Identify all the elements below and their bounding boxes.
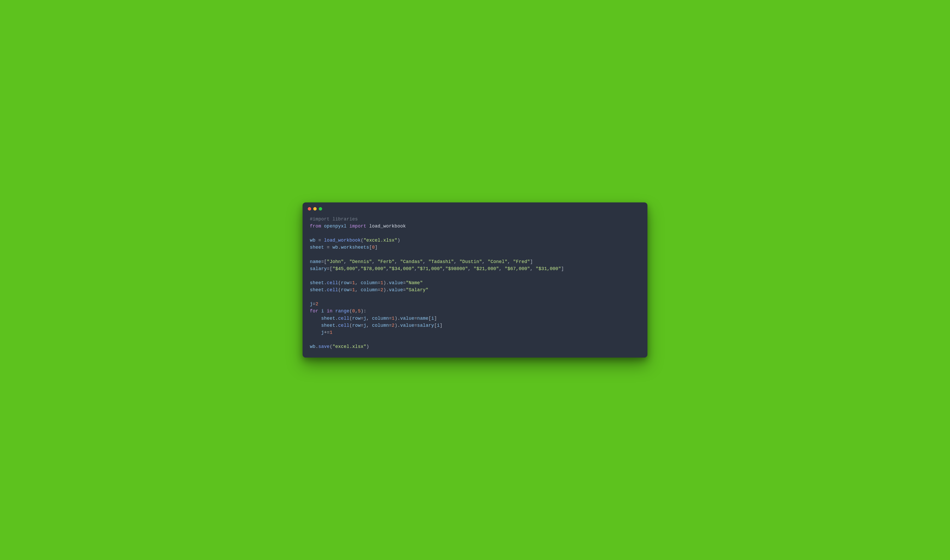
- token-ident: salary: [310, 266, 327, 271]
- token-number: 1: [352, 280, 355, 286]
- code-line: [310, 272, 640, 280]
- token-punct: ,: [366, 316, 372, 321]
- token-func: cell: [327, 287, 338, 292]
- token-keyword: from: [310, 223, 321, 229]
- token-prop: value: [389, 287, 403, 292]
- token-punct: ,: [507, 259, 513, 264]
- token-punct: ,: [499, 266, 505, 271]
- token-punct: ]: [375, 245, 378, 250]
- token-comment: #import libraries: [310, 217, 358, 222]
- token-string: "Tadashi": [428, 259, 454, 264]
- token-punct: =: [327, 245, 330, 250]
- code-window: #import librariesfrom openpyxl import lo…: [303, 202, 647, 358]
- token-string: "Fred": [513, 259, 530, 264]
- token-punct: [: [428, 316, 431, 321]
- token-default: [346, 223, 350, 229]
- token-ident: row: [352, 323, 360, 328]
- code-editor[interactable]: #import librariesfrom openpyxl import lo…: [303, 212, 647, 358]
- token-punct: (: [350, 316, 352, 321]
- minimize-icon[interactable]: [313, 207, 317, 211]
- token-string: "$78,000": [360, 266, 386, 271]
- token-prop: value: [389, 280, 403, 286]
- token-ident: j: [310, 302, 313, 307]
- token-punct: ,: [366, 323, 372, 328]
- code-line: wb = load_workbook("excel.xlsx"): [310, 237, 640, 244]
- token-punct: .: [338, 245, 341, 250]
- token-ident: j: [363, 323, 366, 328]
- token-ident: row: [341, 287, 350, 292]
- token-punct: =[: [327, 266, 333, 271]
- token-punct: ,: [454, 259, 460, 264]
- token-default: [330, 245, 333, 250]
- token-default: [324, 308, 327, 314]
- token-punct: (: [350, 323, 352, 328]
- token-string: "excel.xlsx": [363, 238, 397, 243]
- code-line: [310, 251, 640, 258]
- token-string: "$67,000": [505, 266, 530, 271]
- token-default: [310, 323, 321, 328]
- token-func: cell: [338, 323, 350, 328]
- token-string: "John": [327, 259, 344, 264]
- code-line: sheet.cell(row=1, column=2).value="Salar…: [310, 286, 640, 294]
- token-keyword: for: [310, 308, 318, 314]
- token-ident: column: [361, 280, 378, 286]
- token-string: "Candas": [400, 259, 423, 264]
- token-punct: =: [350, 287, 352, 292]
- token-string: "Salary": [406, 287, 428, 292]
- token-punct: =: [389, 316, 392, 321]
- token-func: cell: [327, 280, 338, 286]
- code-line: [310, 294, 640, 301]
- code-line: #import libraries: [310, 216, 640, 223]
- close-icon[interactable]: [308, 207, 311, 211]
- token-prop: value: [400, 316, 414, 321]
- code-line: sheet.cell(row=j, column=1).value=name[i…: [310, 315, 640, 322]
- token-default: load_workbook: [366, 223, 406, 229]
- token-punct: ,: [372, 259, 378, 264]
- token-number: 1: [352, 287, 355, 292]
- token-ident: wb: [310, 238, 316, 243]
- token-func: save: [318, 344, 329, 349]
- token-string: "Dennis": [350, 259, 372, 264]
- token-punct: ]: [530, 259, 533, 264]
- token-number: 1: [330, 330, 333, 335]
- token-ident: wb: [333, 245, 338, 250]
- token-string: "Name": [406, 280, 423, 286]
- token-number: 1: [380, 280, 383, 286]
- token-punct: ,: [355, 280, 361, 286]
- token-ident: i: [437, 323, 440, 328]
- token-string: "$34,000": [389, 266, 414, 271]
- token-func: load_workbook: [324, 238, 360, 243]
- token-punct: (: [350, 308, 352, 314]
- token-punct: ):: [361, 308, 366, 314]
- token-func: range: [335, 308, 350, 314]
- token-punct: .: [324, 287, 327, 292]
- token-default: [316, 238, 319, 243]
- token-punct: [: [369, 245, 372, 250]
- code-line: [310, 230, 640, 237]
- token-keyword: in: [327, 308, 333, 314]
- token-ident: column: [372, 316, 389, 321]
- token-ident: openpyxl: [324, 223, 346, 229]
- token-punct: ): [366, 344, 369, 349]
- token-ident: row: [341, 280, 350, 286]
- token-default: [324, 245, 327, 250]
- token-punct: =: [350, 280, 352, 286]
- token-punct: ): [397, 238, 400, 243]
- token-punct: =: [313, 302, 316, 307]
- token-punct: (: [330, 344, 333, 349]
- token-default: [318, 308, 321, 314]
- token-prop: worksheets: [341, 245, 369, 250]
- code-line: for i in range(0,5):: [310, 308, 640, 315]
- token-punct: ]: [561, 266, 564, 271]
- token-punct: ]: [434, 316, 437, 321]
- code-line: j+=1: [310, 329, 640, 336]
- token-ident: sheet: [310, 280, 324, 286]
- token-ident: name: [417, 316, 428, 321]
- token-string: "$45,000": [333, 266, 358, 271]
- token-punct: =: [403, 287, 406, 292]
- token-punct: (: [360, 238, 363, 243]
- token-number: 0: [352, 308, 355, 314]
- token-punct: [: [434, 323, 437, 328]
- maximize-icon[interactable]: [319, 207, 322, 211]
- token-punct: ,: [443, 266, 445, 271]
